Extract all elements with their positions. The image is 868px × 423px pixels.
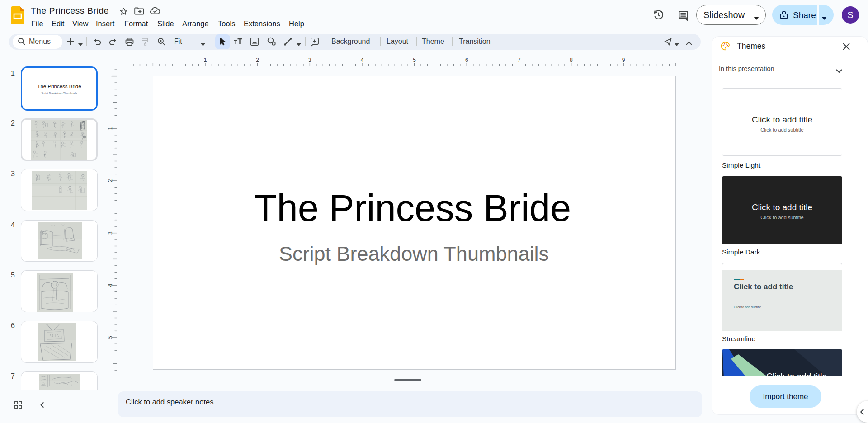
svg-text:8: 8 xyxy=(570,57,573,63)
svg-text:2: 2 xyxy=(108,179,113,182)
svg-text:3: 3 xyxy=(108,231,113,235)
svg-text:5: 5 xyxy=(413,57,416,63)
svg-text:2: 2 xyxy=(256,57,259,63)
svg-text:5: 5 xyxy=(108,336,113,339)
svg-text:6: 6 xyxy=(465,57,468,63)
svg-text:4: 4 xyxy=(361,57,364,63)
svg-text:4: 4 xyxy=(108,284,113,287)
svg-text:9: 9 xyxy=(622,57,625,63)
svg-text:7: 7 xyxy=(518,57,521,63)
svg-text:1: 1 xyxy=(108,127,113,130)
svg-text:1: 1 xyxy=(204,57,207,63)
svg-text:Click to add title: Click to add title xyxy=(766,371,827,376)
svg-text:3: 3 xyxy=(308,57,311,63)
